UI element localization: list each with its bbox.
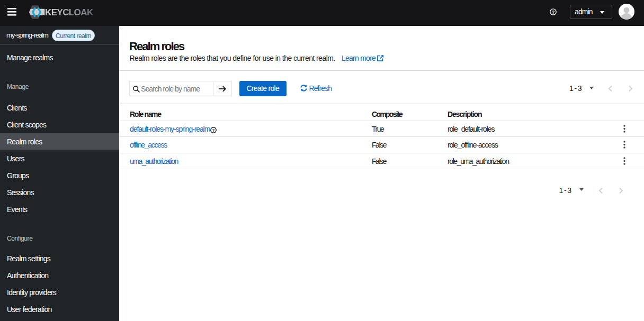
svg-text:?: ? [552,10,555,15]
svg-text:?: ? [212,128,214,133]
